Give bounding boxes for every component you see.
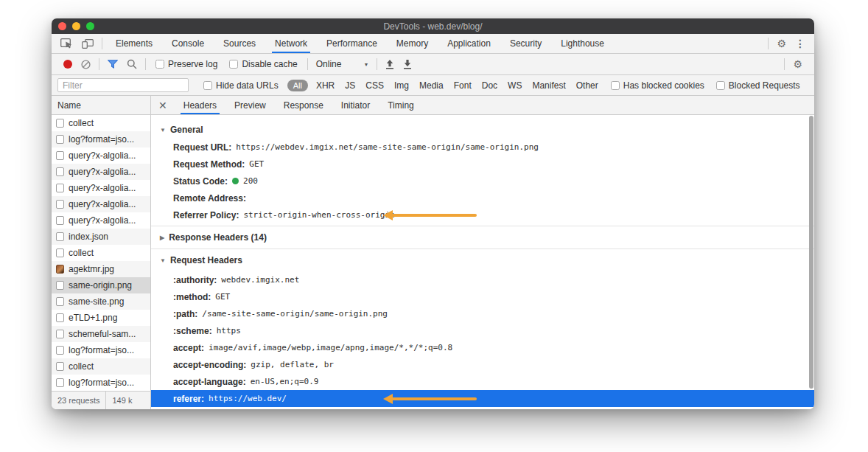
checkbox-icon xyxy=(229,60,238,69)
tab-timing[interactable]: Timing xyxy=(379,96,423,114)
header-row-status-code[interactable]: Status Code: 200 xyxy=(151,173,814,190)
divider xyxy=(377,58,377,70)
request-row[interactable]: log?format=jso... xyxy=(52,131,150,147)
blocked-requests-checkbox[interactable]: Blocked Requests xyxy=(716,80,800,91)
network-settings-gear-icon[interactable]: ⚙ xyxy=(788,54,807,74)
header-row-accept[interactable]: accept: image/avif,image/webp,image/apng… xyxy=(151,339,814,356)
request-row[interactable]: index.json xyxy=(52,229,150,245)
header-row-scheme[interactable]: :scheme: https xyxy=(151,322,814,339)
type-filter-media[interactable]: Media xyxy=(414,80,449,91)
type-filter-other[interactable]: Other xyxy=(571,80,603,91)
file-icon xyxy=(56,281,64,290)
header-row-method[interactable]: :method: GET xyxy=(151,288,814,305)
tab-console[interactable]: Console xyxy=(162,34,214,53)
close-icon[interactable]: ✕ xyxy=(151,100,175,111)
divider xyxy=(102,38,102,49)
preserve-log-label: Preserve log xyxy=(168,59,217,69)
type-filter-doc[interactable]: Doc xyxy=(477,80,503,91)
request-row[interactable]: query?x-algolia... xyxy=(52,196,150,212)
type-filter-img[interactable]: Img xyxy=(389,80,414,91)
request-row[interactable]: query?x-algolia... xyxy=(52,212,150,229)
request-row[interactable]: agektmr.jpg xyxy=(52,261,150,277)
disable-cache-checkbox[interactable]: Disable cache xyxy=(229,59,297,69)
header-row-path[interactable]: :path: /same-site-same-origin/same-origi… xyxy=(151,305,814,322)
tab-performance[interactable]: Performance xyxy=(317,34,387,53)
request-row[interactable]: collect xyxy=(52,245,150,261)
clear-icon[interactable] xyxy=(77,54,95,74)
devtools-window: DevTools - web.dev/blog/ Elements Consol… xyxy=(52,18,814,409)
inspect-element-icon[interactable] xyxy=(56,34,77,53)
hide-data-urls-checkbox[interactable]: Hide data URLs xyxy=(203,80,279,91)
header-row-authority[interactable]: :authority: webdev.imgix.net xyxy=(151,271,814,288)
export-har-icon[interactable] xyxy=(399,54,416,74)
request-row[interactable]: collect xyxy=(52,115,150,131)
header-row-request-url[interactable]: Request URL: https://webdev.imgix.net/sa… xyxy=(151,139,814,156)
tab-security[interactable]: Security xyxy=(500,34,551,53)
tab-response[interactable]: Response xyxy=(275,96,332,114)
type-filter-css[interactable]: CSS xyxy=(360,80,389,91)
type-filter-ws[interactable]: WS xyxy=(503,80,527,91)
tab-elements[interactable]: Elements xyxy=(106,34,162,53)
detail-scrollbar[interactable] xyxy=(808,115,814,389)
request-headers-section-header[interactable]: ▼ Request Headers xyxy=(151,249,814,271)
filter-funnel-icon[interactable] xyxy=(103,54,122,74)
request-row[interactable]: query?x-algolia... xyxy=(52,164,150,180)
import-har-icon[interactable] xyxy=(381,54,399,74)
header-row-accept-language[interactable]: accept-language: en-US,en;q=0.9 xyxy=(151,373,814,390)
request-row[interactable]: collect xyxy=(52,358,150,375)
header-row-remote-address[interactable]: Remote Address: xyxy=(151,190,814,206)
general-section-header[interactable]: ▼ General xyxy=(151,121,814,139)
tab-memory[interactable]: Memory xyxy=(387,34,438,53)
annotation-arrow-icon xyxy=(383,210,477,220)
request-row-selected[interactable]: same-origin.png xyxy=(52,277,150,293)
file-icon xyxy=(56,184,64,192)
request-row[interactable]: schemeful-sam... xyxy=(52,326,150,342)
tab-initiator[interactable]: Initiator xyxy=(332,96,379,114)
tab-lighthouse[interactable]: Lighthouse xyxy=(551,34,614,53)
has-blocked-cookies-checkbox[interactable]: Has blocked cookies xyxy=(611,80,704,91)
request-row[interactable]: same-site.png xyxy=(52,293,150,310)
status-green-dot-icon xyxy=(232,178,239,184)
file-icon xyxy=(56,330,64,338)
type-filter-all[interactable]: All xyxy=(287,80,308,91)
type-filter-js[interactable]: JS xyxy=(340,80,360,91)
tab-sources[interactable]: Sources xyxy=(214,34,265,53)
device-toolbar-icon[interactable] xyxy=(77,34,98,53)
header-row-referrer-policy[interactable]: Referrer Policy: strict-origin-when-cros… xyxy=(151,206,814,223)
triangle-down-icon: ▼ xyxy=(160,127,166,133)
scrollbar-thumb[interactable] xyxy=(809,116,813,389)
tab-network[interactable]: Network xyxy=(265,34,317,53)
kebab-menu-icon[interactable]: ⋮ xyxy=(791,34,810,53)
request-row[interactable]: query?x-algolia... xyxy=(52,147,150,164)
request-row[interactable]: eTLD+1.png xyxy=(52,310,150,326)
preserve-log-checkbox[interactable]: Preserve log xyxy=(155,59,217,69)
name-column-header[interactable]: Name xyxy=(52,96,150,115)
throttling-dropdown[interactable]: Online ▼ xyxy=(316,59,369,69)
request-list: collect log?format=jso... query?x-algoli… xyxy=(52,115,150,391)
file-icon xyxy=(56,297,64,306)
file-icon xyxy=(56,167,64,176)
devtools-tabbar: Elements Console Sources Network Perform… xyxy=(52,34,814,54)
type-filter-manifest[interactable]: Manifest xyxy=(527,80,570,91)
file-icon xyxy=(56,151,64,160)
search-icon[interactable] xyxy=(122,54,141,74)
headers-body: ▼ General Request URL: https://webdev.im… xyxy=(151,115,814,409)
type-filter-font[interactable]: Font xyxy=(449,80,477,91)
header-row-request-method[interactable]: Request Method: GET xyxy=(151,156,814,173)
tab-headers[interactable]: Headers xyxy=(175,96,225,114)
filter-input[interactable] xyxy=(57,78,189,92)
settings-gear-icon[interactable]: ⚙ xyxy=(772,34,791,53)
header-row-referer-highlighted[interactable]: referer: https://web.dev/ xyxy=(151,390,814,407)
file-icon xyxy=(56,362,64,371)
record-icon[interactable] xyxy=(63,60,72,69)
tab-application[interactable]: Application xyxy=(438,34,500,53)
request-row[interactable]: log?format=jso... xyxy=(52,375,150,391)
tab-preview[interactable]: Preview xyxy=(225,96,275,114)
request-row[interactable]: query?x-algolia... xyxy=(52,180,150,196)
response-headers-section-header[interactable]: ▶ Response Headers (14) xyxy=(151,226,814,248)
header-row-accept-encoding[interactable]: accept-encoding: gzip, deflate, br xyxy=(151,356,814,373)
type-filter-xhr[interactable]: XHR xyxy=(311,80,340,91)
network-filterbar: Hide data URLs All XHR JS CSS Img Media … xyxy=(52,75,814,96)
request-row[interactable]: log?format=jso... xyxy=(52,342,150,358)
requests-count: 23 requests xyxy=(52,396,105,405)
